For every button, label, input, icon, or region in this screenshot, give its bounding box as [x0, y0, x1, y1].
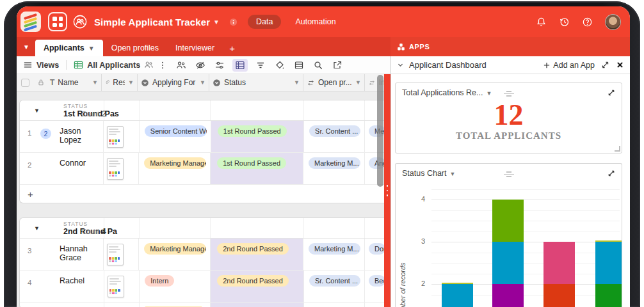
gridline-minor — [431, 221, 620, 221]
notifications-bell-icon[interactable] — [536, 17, 547, 28]
drag-handle-icon[interactable] — [504, 90, 514, 98]
airtable-logo-icon[interactable] — [20, 12, 41, 32]
color-icon[interactable] — [275, 60, 285, 70]
group-icon[interactable] — [232, 59, 248, 72]
nav-automation[interactable]: Automation — [295, 17, 335, 26]
cell-status[interactable]: 2nd Round Passed — [211, 239, 303, 270]
chart-bar-segment — [595, 242, 622, 284]
cell-resume[interactable] — [104, 153, 139, 184]
row-height-icon[interactable] — [294, 60, 304, 70]
add-record-button[interactable]: + — [20, 185, 390, 203]
tab-applicants[interactable]: Applicants▼ — [35, 40, 103, 56]
record-count-badge[interactable]: 2 — [40, 129, 51, 139]
chart-card-title[interactable]: Status Chart▼ — [402, 169, 455, 178]
resume-attachment-thumbnail[interactable] — [107, 158, 124, 180]
resume-attachment-thumbnail[interactable] — [108, 276, 124, 297]
hamburger-icon — [23, 60, 33, 70]
dashboard-title[interactable]: Applicant Dashboard — [409, 60, 487, 70]
views-menu-button[interactable]: Views — [23, 60, 59, 70]
view-options-kebab-icon[interactable] — [158, 61, 167, 70]
dashboard-collapse-chevron-icon[interactable] — [397, 61, 404, 68]
share-view-icon[interactable] — [332, 60, 342, 70]
add-an-app-button[interactable]: Add an App — [543, 61, 595, 70]
select-all-checkbox[interactable] — [21, 79, 29, 87]
home-grid-icon[interactable] — [48, 12, 67, 31]
table-row[interactable]: 4 Rachel Intern 2nd Round Passed Sr. Con… — [20, 271, 390, 303]
panel-resize-divider[interactable] — [384, 74, 390, 307]
cell-open-profiles[interactable]: Marketing M... — [303, 239, 365, 270]
hide-fields-icon[interactable] — [195, 60, 205, 70]
table-row[interactable]: 3 Hannah Grace Marketing Manager 2nd Rou… — [20, 239, 390, 271]
column-header-applying-for[interactable]: Applying For ▼ — [138, 74, 209, 91]
view-collaborators-icon — [144, 60, 154, 70]
sidebar-expand-chevron-icon[interactable]: ▼ — [23, 43, 29, 51]
column-header-resume[interactable]: Res... ▼ — [102, 74, 138, 91]
help-icon[interactable] — [582, 17, 593, 28]
cell-open-profiles[interactable]: Sr. Content ... — [304, 271, 365, 302]
cell-applying-for[interactable]: Intern — [140, 271, 211, 302]
cell-open-profiles[interactable]: Marketing M... — [303, 153, 365, 184]
cell-resume[interactable] — [104, 239, 139, 270]
add-table-button[interactable]: + — [223, 40, 241, 56]
column-dropdown-icon[interactable]: ▼ — [92, 79, 98, 86]
user-avatar[interactable] — [605, 14, 621, 30]
filter-icon[interactable] — [214, 60, 225, 70]
base-title-chevron-icon[interactable]: ▼ — [213, 19, 220, 26]
tab-open-profiles[interactable]: Open profiles — [103, 40, 167, 56]
cell-status[interactable]: 1st Round Passed — [211, 121, 304, 152]
cell-status[interactable]: 1st Round Passed — [211, 153, 303, 184]
cell-name[interactable]: 2 Connor — [20, 153, 104, 184]
cell-open-profiles[interactable]: Sr. Content ... — [304, 121, 365, 152]
history-icon[interactable] — [559, 17, 570, 28]
column-dropdown-icon[interactable]: ▼ — [128, 79, 134, 86]
group-count-label: Count — [82, 228, 99, 235]
collaborators-icon[interactable] — [73, 15, 87, 29]
cell-resume[interactable] — [104, 271, 140, 302]
cell-resume[interactable] — [104, 121, 139, 152]
expand-app-icon[interactable] — [608, 89, 615, 97]
records-grid: T Name ▼ Res... ▼ Applying For ▼ Status … — [17, 74, 390, 307]
current-view-button[interactable]: All Applicants — [74, 60, 154, 70]
card-resize-handle[interactable] — [615, 146, 620, 152]
table-row[interactable]: 1 2 Jason Lopez Senior Content Writer 1s… — [20, 121, 390, 153]
resume-attachment-thumbnail[interactable] — [107, 244, 124, 265]
column-dropdown-icon[interactable]: ▼ — [355, 79, 361, 86]
column-dropdown-icon[interactable]: ▼ — [294, 79, 300, 86]
info-icon[interactable] — [229, 17, 238, 27]
chart-app-card[interactable]: 234 Status Chart▼ Number of records — [395, 163, 622, 307]
cell-name[interactable]: 4 Rachel — [20, 271, 104, 302]
nav-data-pill[interactable]: Data — [248, 15, 281, 29]
tab-chevron-icon: ▼ — [88, 45, 95, 52]
cell-name[interactable]: 1 2 Jason Lopez — [20, 121, 104, 152]
cell-applying-for[interactable]: Marketing Manager — [139, 153, 211, 184]
cell-name[interactable]: 3 Hannah Grace — [20, 239, 104, 270]
y-axis-tick: 3 — [412, 237, 425, 245]
summary-app-card[interactable]: Total Applications Re...▼ 12 TOTAL APPLI… — [395, 83, 622, 154]
base-title[interactable]: Simple Applicant Tracker — [94, 17, 210, 28]
chart-bar-segment — [442, 284, 473, 307]
summary-card-title[interactable]: Total Applications Re...▼ — [402, 88, 492, 97]
tab-interviewer[interactable]: Interviewer — [167, 40, 223, 56]
search-icon[interactable] — [313, 60, 323, 70]
column-header-status[interactable]: Status ▼ — [209, 74, 303, 91]
resume-attachment-thumbnail[interactable] — [107, 126, 124, 148]
group-collapse-icon[interactable]: ▼ — [34, 225, 40, 232]
share-collaborators-icon[interactable] — [176, 60, 186, 70]
expand-panel-icon[interactable] — [601, 61, 609, 69]
group-header[interactable]: ▼ STATUS 2nd Round Pa Count 4 — [20, 218, 390, 239]
group-header[interactable]: ▼ STATUS 1st Round Pas Count 2 — [20, 100, 390, 121]
grid-vertical-scrollbar[interactable] — [377, 75, 383, 187]
cell-applying-for[interactable]: Marketing Manager — [139, 239, 211, 270]
table-row[interactable]: 2 Connor Marketing Manager 1st Round Pas… — [20, 153, 390, 185]
expand-app-icon[interactable] — [608, 169, 615, 177]
close-panel-icon[interactable] — [616, 61, 624, 69]
cell-applying-for[interactable]: Senior Content Writer — [140, 121, 211, 152]
sort-icon[interactable] — [255, 60, 266, 70]
drag-handle-icon[interactable] — [504, 170, 514, 178]
column-header-open-profiles[interactable]: Open pr... ▼ — [303, 74, 365, 91]
column-header-name[interactable]: T Name ▼ — [17, 74, 102, 91]
group-collapse-icon[interactable]: ▼ — [34, 107, 40, 114]
column-dropdown-icon[interactable]: ▼ — [200, 79, 205, 86]
cell-status[interactable]: 2nd Round Passed — [211, 271, 304, 302]
table-row[interactable] — [20, 303, 390, 307]
